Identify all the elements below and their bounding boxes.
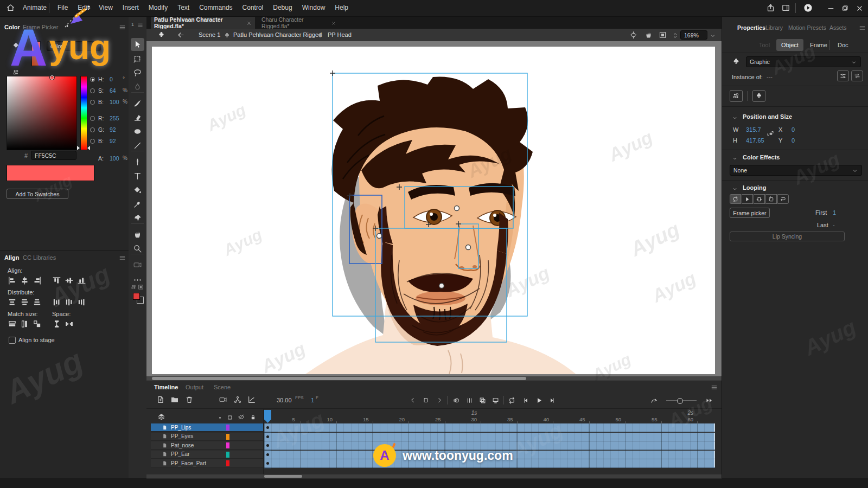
eyedropper-tool[interactable] <box>131 197 144 210</box>
line-tool[interactable] <box>131 139 144 152</box>
camera-tool[interactable] <box>131 258 144 271</box>
mode-tab-frame[interactable]: Frame <box>810 42 827 48</box>
fill-color-chip[interactable] <box>31 41 41 52</box>
menu-modify[interactable]: Modify <box>144 4 172 11</box>
timeline-h-scrollbar[interactable] <box>146 474 722 478</box>
oval-tool[interactable] <box>131 125 144 138</box>
match-m-b-button[interactable] <box>33 319 43 329</box>
gradient-marker[interactable] <box>49 75 55 80</box>
eraser-tool[interactable] <box>131 111 144 124</box>
selection-tool[interactable] <box>131 38 144 51</box>
snap-object-icon[interactable] <box>138 283 144 290</box>
back-icon[interactable] <box>177 31 185 39</box>
prev-keyframe-icon[interactable] <box>409 396 417 404</box>
lasso-tool[interactable] <box>131 66 144 79</box>
looping-revloop-button[interactable] <box>765 194 777 204</box>
mode-tab-object[interactable]: Object <box>776 39 803 51</box>
fluid-brush-tool[interactable] <box>131 80 144 93</box>
edit-multiple-frames-icon[interactable] <box>478 396 487 404</box>
frame-span-PP_Lips[interactable] <box>264 423 715 432</box>
camera-icon[interactable] <box>219 395 227 404</box>
tab-align[interactable]: Align <box>4 254 20 261</box>
pen-tool[interactable] <box>131 155 144 168</box>
minimize-icon[interactable] <box>827 4 835 12</box>
tab-scene[interactable]: Scene <box>214 384 231 390</box>
layer-color-chip[interactable] <box>226 434 229 440</box>
tab-color[interactable]: Color <box>4 24 20 30</box>
color-radio[interactable] <box>90 88 95 93</box>
color-radio[interactable] <box>90 77 95 82</box>
align-al-t-button[interactable] <box>52 276 62 285</box>
tab-timeline[interactable]: Timeline <box>154 384 178 390</box>
section-chevron-icon[interactable] <box>732 185 738 192</box>
insert-keyframe-icon[interactable] <box>422 396 430 404</box>
loop-icon[interactable] <box>508 396 516 404</box>
menu-insert[interactable]: Insert <box>118 4 143 11</box>
color-gradient-square[interactable] <box>7 76 77 150</box>
looping-singleframe-button[interactable] <box>754 194 765 204</box>
edit-symbol-button[interactable] <box>752 90 765 102</box>
layer-color-chip[interactable] <box>226 425 229 431</box>
color-row-value[interactable]: 64 <box>110 87 116 94</box>
hex-input[interactable]: FF5C5C <box>31 151 76 160</box>
clip-content-icon[interactable] <box>659 31 667 39</box>
x-value[interactable]: 0 <box>792 126 795 133</box>
color-effects-dropdown[interactable]: None <box>730 165 862 176</box>
tab-properties[interactable]: Properties <box>737 24 765 31</box>
panel-menu-icon[interactable] <box>119 23 126 31</box>
keyframe-dot[interactable] <box>266 426 269 429</box>
tab-cc-libraries[interactable]: CC Libraries <box>23 254 56 261</box>
color-row-value[interactable]: 0 <box>110 76 113 82</box>
layer-row-PP_Ear[interactable]: PP_Ear <box>151 451 263 459</box>
color-row-value[interactable]: 100 <box>110 99 119 105</box>
zoom-dropdown-icon[interactable] <box>710 32 716 39</box>
share-icon[interactable] <box>766 3 775 12</box>
space-sp-v-button[interactable] <box>52 319 62 329</box>
menu-window[interactable]: Window <box>298 4 330 11</box>
snap-icon[interactable] <box>131 283 137 290</box>
layer-row-Pat_nose[interactable]: Pat_nose <box>151 441 263 450</box>
breadcrumb-pp-head[interactable]: PP Head <box>328 31 352 38</box>
menu-help[interactable]: Help <box>330 4 353 11</box>
color-radio[interactable] <box>90 100 95 105</box>
broken-link-icon[interactable] <box>767 129 775 138</box>
close-icon[interactable] <box>856 4 864 12</box>
menu-animate[interactable]: Animate <box>18 4 51 11</box>
color-radio[interactable] <box>90 139 95 144</box>
toolbar-menu-icon[interactable] <box>137 21 143 28</box>
panel-menu-icon[interactable] <box>119 254 126 261</box>
mini-fill-swatch[interactable] <box>133 293 140 300</box>
dot-icon[interactable] <box>217 414 223 421</box>
keyframe-dot[interactable] <box>266 453 269 456</box>
step-back-icon[interactable] <box>522 396 530 404</box>
panel-menu-icon[interactable] <box>859 24 866 31</box>
color-radio[interactable] <box>90 127 95 132</box>
keyframe-dot[interactable] <box>266 444 269 447</box>
menu-text[interactable]: Text <box>173 4 194 11</box>
edit-symbols-icon[interactable] <box>157 31 165 39</box>
symbol-type-dropdown[interactable]: Graphic <box>746 56 861 67</box>
mode-tab-doc[interactable]: Doc <box>838 42 848 48</box>
align-to-stage-checkbox[interactable] <box>9 337 16 344</box>
tab-close-icon[interactable] <box>246 19 252 25</box>
zoom-spinner-icon[interactable] <box>672 31 679 39</box>
menu-edit[interactable]: Edit <box>73 4 93 11</box>
color-type-dropdown[interactable]: color <box>47 41 101 51</box>
space-sp-h-button[interactable] <box>65 319 75 329</box>
last-value[interactable]: - <box>833 222 835 228</box>
timeline-zoom-slider[interactable] <box>666 400 697 401</box>
text-tool[interactable] <box>131 169 144 182</box>
distribute-d-r-button[interactable] <box>77 298 87 307</box>
layer-color-chip[interactable] <box>226 442 229 448</box>
align-al-b-button[interactable] <box>77 276 87 285</box>
onion-outlines-icon[interactable] <box>465 396 474 404</box>
distribute-d-t-button[interactable] <box>8 298 18 307</box>
stroke-color-chip[interactable] <box>31 55 41 66</box>
section-chevron-icon[interactable] <box>732 114 738 121</box>
center-frame-icon[interactable] <box>629 31 637 39</box>
new-layer-icon[interactable] <box>156 395 165 404</box>
tab-close-icon[interactable] <box>331 19 336 25</box>
menu-view[interactable]: View <box>94 4 117 11</box>
step-forward-icon[interactable] <box>548 396 556 404</box>
stage-area[interactable] <box>146 41 722 381</box>
